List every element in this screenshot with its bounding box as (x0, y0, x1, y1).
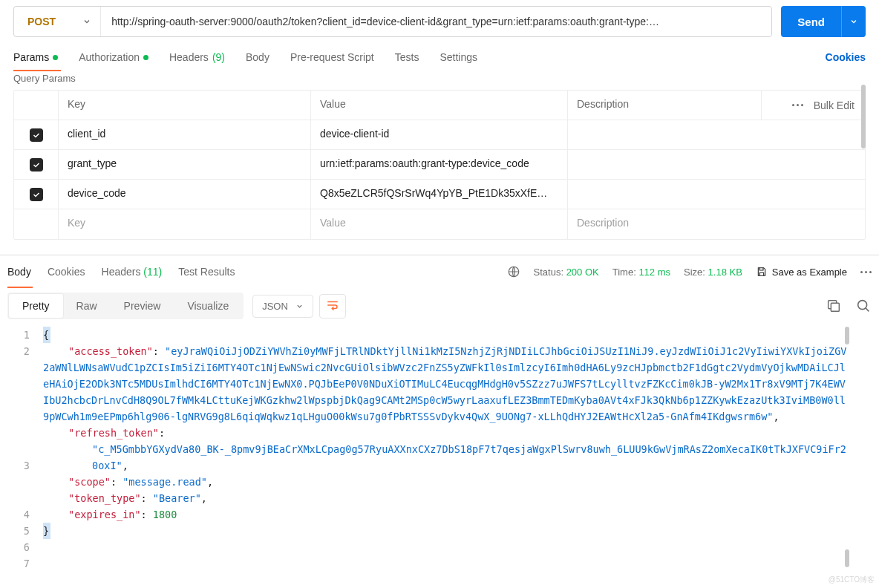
row-desc[interactable] (568, 150, 865, 179)
line-number: 7 (0, 555, 30, 572)
view-tabs: Pretty Raw Preview Visualize (7, 293, 244, 319)
head-value: Value (311, 91, 568, 120)
code-line: "scope": "message.read", (43, 474, 849, 490)
tab-label: Body (246, 51, 269, 63)
more-columns-icon[interactable] (792, 104, 803, 106)
more-actions-icon[interactable] (860, 271, 872, 273)
tab-label: Settings (440, 51, 477, 63)
rtab-cookies[interactable]: Cookies (48, 257, 85, 287)
rtab-tests[interactable]: Test Results (178, 257, 235, 287)
tab-settings[interactable]: Settings (440, 44, 477, 71)
params-table: Key Value Description Bulk Edit client_i… (13, 90, 866, 240)
request-tabs: Params Authorization Headers (9) Body Pr… (0, 43, 879, 71)
header-actions: Bulk Edit (761, 91, 865, 120)
scrollbar-thumb[interactable] (845, 327, 849, 344)
tab-label: Tests (395, 51, 419, 63)
vtab-raw[interactable]: Raw (63, 294, 111, 318)
row-key[interactable]: device_code (59, 180, 311, 209)
response-tabs: Body Cookies Headers (11) Test Results S… (0, 255, 879, 288)
tab-body[interactable]: Body (246, 44, 269, 71)
status-group: Status: 200 OK (534, 267, 599, 278)
headers-count: (9) (212, 51, 225, 63)
rtab-label: Headers (102, 266, 141, 278)
chevron-down-icon (295, 302, 304, 310)
vtab-visualize[interactable]: Visualize (174, 294, 242, 318)
bulk-edit-link[interactable]: Bulk Edit (814, 99, 855, 111)
params-modified-dot (53, 55, 58, 60)
rtab-count: (11) (143, 266, 162, 278)
line-number: 3 (0, 457, 30, 506)
response-view-toolbar: Pretty Raw Preview Visualize JSON (0, 288, 879, 324)
save-icon (756, 266, 768, 278)
method-label: POST (27, 16, 56, 27)
rtab-underline (7, 287, 33, 288)
response-meta: Status: 200 OK Time: 112 ms Size: 1.18 K… (507, 265, 872, 278)
wrap-lines-button[interactable] (319, 294, 346, 318)
checkbox-checked-icon (30, 128, 43, 142)
save-label: Save as Example (772, 267, 847, 278)
row-key[interactable]: client_id (59, 120, 311, 149)
tab-authorization[interactable]: Authorization (79, 44, 148, 71)
chevron-down-icon (849, 17, 858, 26)
code-line: "refresh_token": "c_M5GmbbYGXydVa80_BK-_… (43, 425, 849, 474)
svg-rect-2 (831, 303, 839, 311)
code-line: } (43, 523, 849, 539)
tab-params[interactable]: Params (13, 44, 58, 71)
copy-icon[interactable] (826, 298, 842, 314)
tab-label: Headers (169, 51, 209, 63)
row-desc[interactable] (568, 120, 865, 149)
header-check-cell (14, 91, 59, 120)
svg-line-4 (866, 308, 869, 312)
time-group: Time: 112 ms (612, 267, 670, 278)
row-key[interactable]: grant_type (59, 150, 311, 179)
row-check[interactable] (14, 150, 59, 179)
send-caret[interactable] (841, 6, 866, 37)
row-desc-placeholder[interactable]: Description (568, 209, 865, 239)
row-check[interactable] (14, 120, 59, 149)
code-area[interactable]: { "access_token": "eyJraWQiOiJjODZiYWVhZ… (43, 327, 879, 572)
time-label: Time: (612, 267, 636, 278)
checkbox-checked-icon (30, 158, 43, 172)
scrollbar-thumb[interactable] (845, 549, 849, 567)
chevron-down-icon (82, 17, 91, 26)
rtab-body[interactable]: Body (7, 257, 31, 287)
table-row-new: Key Value Description (14, 209, 865, 239)
row-key-placeholder[interactable]: Key (59, 209, 311, 239)
tab-headers[interactable]: Headers (9) (169, 44, 225, 71)
table-row: client_id device-client-id (14, 120, 865, 150)
row-value[interactable]: urn:ietf:params:oauth:grant-type:device_… (311, 150, 568, 179)
size-group: Size: 1.18 KB (684, 267, 742, 278)
row-value[interactable]: device-client-id (311, 120, 568, 149)
vtab-pretty[interactable]: Pretty (9, 294, 63, 318)
row-value-placeholder[interactable]: Value (311, 209, 568, 239)
vtab-preview[interactable]: Preview (111, 294, 174, 318)
send-label: Send (781, 16, 841, 28)
row-check[interactable] (14, 180, 59, 209)
scrollbar-thumb[interactable] (861, 85, 866, 148)
tab-tests[interactable]: Tests (395, 44, 419, 71)
save-as-example-button[interactable]: Save as Example (756, 266, 847, 278)
line-number: 4 (0, 506, 30, 523)
request-bar: POST Send (0, 0, 879, 43)
tab-prerequest[interactable]: Pre-request Script (290, 44, 374, 71)
row-value[interactable]: Q8x5eZLCR5fQSrSrWq4YpYB_PtE1Dk35xXfE… (311, 180, 568, 209)
row-desc[interactable] (568, 180, 865, 209)
url-input[interactable] (101, 7, 771, 36)
tab-underline (13, 70, 61, 71)
format-label: JSON (262, 301, 288, 312)
line-gutter: 1 2 3 4 5 6 7 (0, 327, 43, 572)
cookies-link[interactable]: Cookies (826, 51, 866, 63)
http-method-select[interactable]: POST (14, 7, 101, 36)
table-row: device_code Q8x5eZLCR5fQSrSrWq4YpYB_PtE1… (14, 180, 865, 209)
head-key: Key (59, 91, 311, 120)
send-button[interactable]: Send (781, 6, 866, 37)
size-label: Size: (684, 267, 705, 278)
status-value: 200 OK (566, 267, 599, 278)
rtab-headers[interactable]: Headers (11) (102, 257, 163, 287)
line-number: 2 (0, 343, 30, 457)
search-icon[interactable] (855, 298, 872, 314)
globe-icon[interactable] (507, 265, 520, 278)
body-format-select[interactable]: JSON (252, 295, 313, 318)
line-number: 6 (0, 539, 30, 555)
table-header: Key Value Description Bulk Edit (14, 91, 865, 120)
